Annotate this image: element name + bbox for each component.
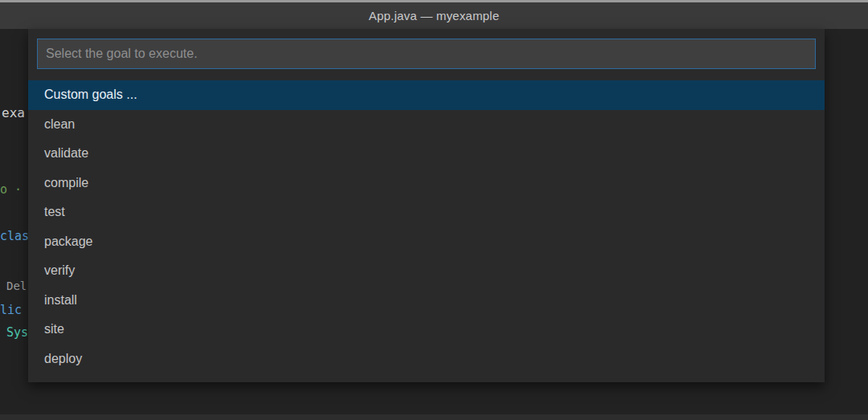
goal-item-site[interactable]: site [28, 315, 825, 345]
goal-item-compile[interactable]: compile [28, 169, 825, 198]
goal-item-validate[interactable]: validate [28, 139, 825, 169]
goal-item-verify[interactable]: verify [28, 256, 825, 286]
editor-fragment-text: Sys [6, 324, 28, 340]
quickpick-widget: Custom goals ... clean validate compile … [28, 29, 825, 382]
status-bar [0, 414, 868, 420]
goal-search-input[interactable] [37, 39, 816, 69]
goal-item-install[interactable]: install [28, 286, 825, 316]
editor-fragment-text: lic [0, 302, 22, 318]
goal-item-package[interactable]: package [28, 227, 825, 257]
editor-fragment-text: exa [2, 105, 25, 121]
goal-item-custom-goals[interactable]: Custom goals ... [28, 80, 825, 110]
editor-fragment-text: Del [6, 278, 27, 294]
goal-item-clean[interactable]: clean [28, 110, 825, 140]
vscode-window: App.java — myexample ▶e exa o · wo clas … [0, 0, 868, 420]
goal-item-deploy[interactable]: deploy [28, 345, 825, 374]
goal-item-test[interactable]: test [28, 198, 825, 227]
window-title: App.java — myexample [369, 9, 499, 22]
goal-list: Custom goals ... clean validate compile … [28, 80, 825, 373]
window-titlebar: App.java — myexample [0, 0, 868, 29]
editor-fragment-text: clas [0, 228, 29, 244]
